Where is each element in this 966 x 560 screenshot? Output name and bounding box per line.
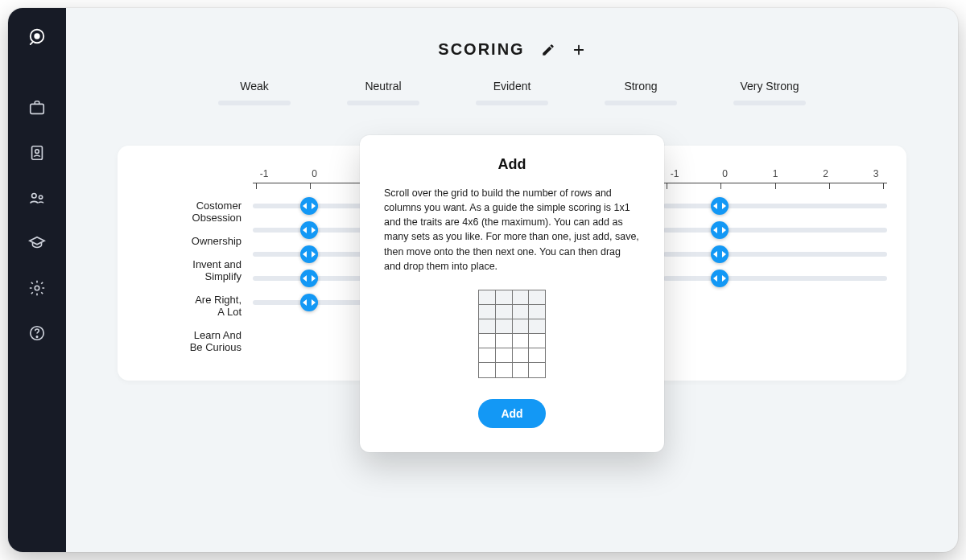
add-button[interactable]: Add (478, 399, 545, 428)
id-badge-icon[interactable] (27, 143, 47, 163)
plus-icon[interactable] (572, 43, 586, 57)
svg-point-7 (35, 286, 39, 290)
scale-label: Neutral (343, 80, 423, 93)
slider-handle-icon[interactable] (711, 197, 729, 215)
slider[interactable] (663, 271, 887, 286)
tick-label: -1 (256, 168, 272, 179)
svg-point-5 (32, 194, 37, 199)
trait-label-col: CostomerObsession Ownership Invent andSi… (137, 168, 242, 353)
grid-cell[interactable] (529, 363, 545, 377)
grid-cell[interactable] (479, 319, 496, 334)
grid-cell[interactable] (479, 290, 496, 305)
svg-point-4 (35, 150, 39, 154)
modal-title: Add (384, 156, 640, 173)
add-modal: Add Scroll over the grid to build the nu… (360, 135, 664, 452)
grid-cell[interactable] (513, 363, 530, 377)
trait-label: Are Right,A Lot (137, 294, 242, 319)
scale-header-row: Weak Neutral Evident Strong Very Strong (82, 80, 942, 105)
trait-label: CostomerObsession (137, 200, 242, 224)
grid-cell[interactable] (529, 305, 545, 319)
page-title-row: SCORING (82, 40, 942, 59)
svg-rect-2 (31, 104, 44, 113)
grid-cell[interactable] (479, 348, 496, 363)
slider-handle-icon[interactable] (300, 294, 318, 311)
scale-label: Strong (601, 80, 681, 93)
grid-cell[interactable] (513, 305, 530, 319)
slider-handle-icon[interactable] (300, 270, 318, 287)
scale-col: Very Strong (729, 80, 810, 105)
slider-col: -1 0 1 2 3 (663, 168, 887, 294)
trait-label: Learn AndBe Curious (137, 330, 242, 354)
svg-point-9 (36, 336, 37, 337)
grid-cell[interactable] (496, 348, 513, 363)
scale-col: Weak (214, 80, 295, 105)
grid-cell[interactable] (529, 290, 545, 305)
grid-cell[interactable] (529, 334, 545, 348)
slider-handle-icon[interactable] (711, 245, 729, 263)
slider-ticks: -1 0 1 2 3 (663, 168, 887, 179)
slider-handle-icon[interactable] (711, 221, 729, 239)
grid-cell[interactable] (529, 319, 545, 334)
slider-handle-icon[interactable] (711, 270, 729, 287)
scale-bar (347, 101, 419, 105)
grid-cell[interactable] (513, 334, 530, 348)
scale-bar (476, 101, 548, 105)
slider[interactable] (663, 199, 887, 213)
main-content: SCORING Weak Neutral Evident Strong (66, 8, 958, 552)
tick-label: 1 (767, 168, 783, 179)
tick-label: 3 (868, 168, 884, 179)
grid-cell[interactable] (496, 363, 513, 377)
scale-bar (733, 101, 806, 105)
app-frame: SCORING Weak Neutral Evident Strong (8, 8, 958, 552)
pencil-icon[interactable] (541, 43, 555, 57)
slider[interactable] (663, 223, 887, 237)
slider-handle-icon[interactable] (300, 245, 318, 263)
svg-point-6 (39, 196, 42, 199)
scale-col: Strong (601, 80, 681, 105)
scale-col: Evident (472, 80, 552, 105)
grid-cell[interactable] (479, 363, 496, 377)
graduation-icon[interactable] (27, 233, 47, 253)
scale-label: Weak (214, 80, 295, 93)
grid-cell[interactable] (496, 290, 513, 305)
slider-handle-icon[interactable] (300, 197, 318, 215)
grid-cell[interactable] (496, 319, 513, 334)
scale-label: Evident (472, 80, 552, 93)
trait-label: Ownership (137, 236, 242, 248)
grid-builder[interactable] (478, 290, 546, 378)
grid-cell[interactable] (496, 334, 513, 348)
grid-cell[interactable] (479, 334, 496, 348)
scale-label: Very Strong (729, 80, 810, 93)
grid-cell[interactable] (496, 305, 513, 319)
modal-body: Scroll over the grid to build the number… (384, 186, 640, 274)
grid-cell[interactable] (513, 319, 530, 334)
help-icon[interactable] (27, 323, 47, 343)
tick-label: 0 (717, 168, 733, 179)
people-icon[interactable] (27, 188, 47, 208)
tick-label: 0 (307, 168, 323, 179)
page-title: SCORING (438, 40, 524, 59)
scale-bar (218, 101, 291, 105)
grid-cell[interactable] (479, 305, 496, 319)
grid-cell[interactable] (513, 290, 530, 305)
scale-col: Neutral (343, 80, 423, 105)
slider-axis (663, 183, 887, 189)
gear-icon[interactable] (27, 278, 47, 298)
trait-label: Invent andSimplify (137, 259, 242, 283)
tick-label: 2 (818, 168, 834, 179)
slider-handle-icon[interactable] (300, 221, 318, 239)
logo-icon[interactable] (25, 24, 49, 48)
tick-label: -1 (667, 168, 683, 179)
svg-point-1 (35, 34, 39, 39)
briefcase-icon[interactable] (27, 98, 47, 117)
grid-cell[interactable] (513, 348, 530, 363)
grid-cell[interactable] (529, 348, 545, 363)
scale-bar (605, 101, 677, 105)
sidebar (8, 8, 66, 552)
slider[interactable] (663, 247, 887, 261)
